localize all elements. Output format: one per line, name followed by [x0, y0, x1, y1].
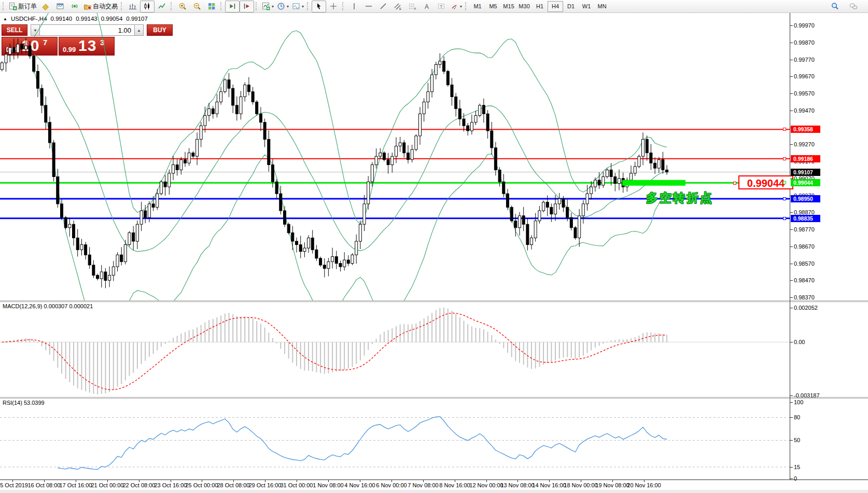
timeframe-w1-button[interactable]: W1	[579, 1, 594, 12]
indicators-button[interactable]: ▾	[260, 1, 275, 12]
zoom-out-icon	[193, 2, 201, 10]
chart-profile-icon	[56, 2, 64, 10]
horizontal-line-button[interactable]	[361, 1, 376, 12]
periods-dropdown-arrow[interactable]: ▾	[287, 4, 289, 9]
pane-splitter-rsi[interactable]	[0, 397, 868, 399]
time-axis-tick	[76, 480, 76, 482]
arrows-button[interactable]: ▾	[449, 1, 464, 12]
tile-windows-button[interactable]	[204, 1, 219, 12]
indicators-dropdown-arrow[interactable]: ▾	[272, 4, 274, 9]
level-line[interactable]	[0, 158, 790, 159]
axis-tick-mark	[790, 128, 793, 128]
price-axis-tick: 0.98370	[794, 294, 815, 300]
rsi-axis-tick: 0	[794, 475, 797, 482]
time-axis-label: 20 Nov 16:00	[627, 482, 661, 488]
time-axis-tick	[139, 480, 139, 482]
axis-tick-mark	[790, 76, 793, 77]
equidistant-channel-icon	[394, 2, 402, 10]
price-axis-tick: 0.99670	[794, 73, 815, 79]
new-order-button[interactable]: 新订单	[7, 1, 38, 12]
axis-tick-mark	[790, 478, 793, 479]
bar-chart-button[interactable]	[125, 1, 140, 12]
time-axis-label: 31 Oct 00:00	[281, 482, 313, 488]
axis-tick-mark	[790, 93, 793, 94]
turning-point-annotation[interactable]: 多空转折点	[646, 190, 713, 206]
timeframe-h4-button[interactable]: H4	[548, 1, 563, 12]
price-axis-tick: 0.98670	[794, 243, 815, 250]
axis-tick-mark	[790, 467, 793, 468]
text-label-button[interactable]	[434, 1, 449, 12]
eraser-button[interactable]	[38, 1, 53, 12]
macd-indicator-pane[interactable]	[0, 302, 790, 397]
candlestick-chart-button[interactable]	[140, 1, 155, 12]
timeframe-d1-button[interactable]: D1	[563, 1, 579, 12]
price-chart-pane[interactable]	[0, 13, 790, 300]
axis-tick-mark	[790, 43, 793, 43]
pane-splitter-macd[interactable]	[0, 300, 868, 302]
tile-windows-icon	[207, 2, 216, 10]
price-axis-tick: 0.99870	[794, 39, 815, 46]
crosshair-icon	[329, 2, 338, 10]
time-axis-tick	[12, 480, 13, 482]
callout-anchor-handle[interactable]	[733, 182, 736, 185]
price-callout-box[interactable]: 0.99044	[738, 175, 793, 189]
equidistant-channel-button[interactable]	[390, 1, 405, 12]
axis-tick-mark	[790, 342, 793, 343]
axis-tick-mark	[790, 308, 793, 308]
fibonacci-button[interactable]	[405, 1, 419, 12]
auto-trading-button[interactable]: 自动交易	[82, 1, 119, 12]
timeframe-m5-button[interactable]: M5	[485, 1, 501, 12]
timeframe-m15-button[interactable]: M15	[501, 1, 516, 12]
line-chart-button[interactable]	[155, 1, 169, 12]
crosshair-button[interactable]	[326, 1, 341, 12]
time-axis-label: 13 Nov 08:00	[500, 482, 534, 488]
auto-scroll-button[interactable]	[225, 1, 240, 12]
axis-tick-mark	[790, 417, 793, 418]
templates-button[interactable]: ▾	[290, 1, 305, 12]
axis-tick-mark	[790, 60, 793, 60]
price-axis-tick: 0.98970	[794, 193, 815, 199]
periods-button[interactable]: ▾	[275, 1, 290, 12]
time-axis-tick	[171, 480, 171, 482]
horizontal-line-icon	[365, 2, 373, 10]
templates-icon	[292, 2, 300, 10]
toolbar-grip	[342, 2, 345, 10]
trendline-button[interactable]	[376, 1, 390, 12]
timeframe-m30-button[interactable]: M30	[516, 1, 532, 12]
level-price-tag: 0.98835	[791, 215, 820, 222]
signal-button[interactable]	[67, 1, 82, 12]
macd-axis-tick: 0.00	[794, 339, 805, 345]
level-price-tag: 0.99358	[791, 126, 820, 133]
bollinger-lower-band	[34, 70, 667, 300]
time-axis-tick	[612, 480, 613, 482]
indicators-icon	[262, 2, 270, 10]
timeframe-h1-button[interactable]: H1	[532, 1, 548, 12]
new-order-label: 新订单	[18, 2, 37, 11]
text-button[interactable]	[419, 1, 434, 12]
search-button[interactable]	[828, 1, 842, 12]
cursor-button[interactable]	[312, 1, 326, 12]
time-axis-label: 6 Nov 00:00	[376, 482, 407, 488]
chart-profile-button[interactable]	[53, 1, 67, 12]
rsi-indicator-pane[interactable]	[0, 399, 790, 480]
zoom-out-button[interactable]	[190, 1, 204, 12]
price-axis-tick: 0.98870	[794, 209, 815, 215]
time-axis-label: 22 Oct 08:00	[123, 482, 156, 488]
price-axis-tick: 0.98770	[794, 226, 815, 232]
zoom-in-button[interactable]	[175, 1, 190, 12]
axis-tick-mark	[790, 111, 793, 111]
price-axis-tick: 0.99470	[794, 107, 815, 114]
timeframe-m1-button[interactable]: M1	[470, 1, 485, 12]
community-chat-button[interactable]	[846, 1, 861, 12]
vertical-line-button[interactable]	[347, 1, 361, 12]
arrows-dropdown-arrow[interactable]: ▾	[460, 4, 462, 9]
time-axis-label: 19 Nov 08:00	[595, 482, 629, 488]
time-axis-label: 25 Oct 00:00	[186, 482, 218, 488]
cursor-icon	[315, 2, 323, 10]
timeframe-mn-button[interactable]: MN	[594, 1, 610, 12]
templates-dropdown-arrow[interactable]: ▾	[302, 4, 304, 9]
chart-shift-button[interactable]	[240, 1, 254, 12]
support-zone-rectangle[interactable]	[622, 180, 685, 186]
level-price-tag: 0.99044	[791, 179, 820, 186]
macd-axis-tick: 0.002052	[794, 305, 818, 311]
